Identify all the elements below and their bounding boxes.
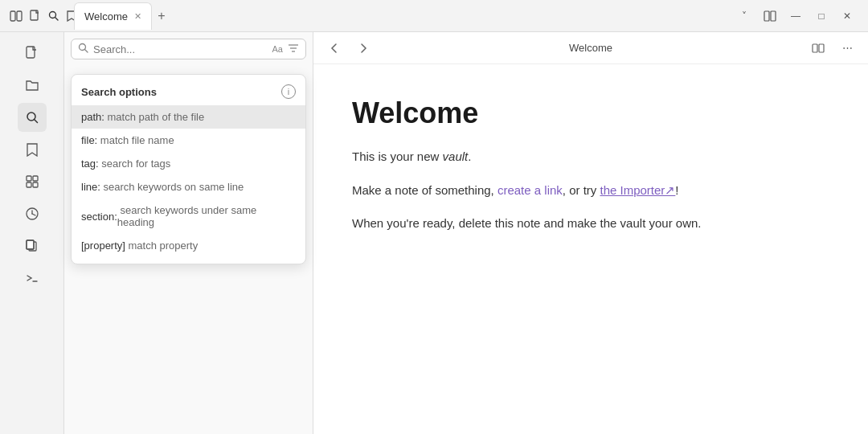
svg-line-4 <box>55 18 59 21</box>
svg-rect-27 <box>819 44 824 52</box>
app-body: Aa Search options i path: match path of … <box>0 32 868 434</box>
sidebar-grid-btn[interactable] <box>18 167 47 196</box>
maximize-btn[interactable]: □ <box>810 5 833 27</box>
minimize-btn[interactable]: — <box>784 5 807 27</box>
sidebar-search-btn[interactable] <box>18 103 47 132</box>
dropdown-item-tag[interactable]: tag: search for tags <box>72 152 305 175</box>
svg-rect-26 <box>813 44 817 52</box>
tab-bar: Welcome ✕ + <box>74 2 733 30</box>
search-bar[interactable]: Aa <box>71 39 306 59</box>
item-file-prefix: file: <box>81 134 97 146</box>
svg-rect-0 <box>10 11 15 21</box>
dropdown-header: Search options i <box>72 81 305 105</box>
dropdown-title: Search options <box>81 86 157 98</box>
split-view-icon[interactable] <box>759 5 781 27</box>
search-input[interactable] <box>93 43 268 55</box>
search-options-dropdown: Search options i path: match path of the… <box>71 74 306 264</box>
item-tag-prefix: tag: <box>81 158 99 170</box>
svg-line-22 <box>85 50 88 53</box>
sidebar-clock-btn[interactable] <box>18 199 47 228</box>
italic-vault: vault <box>443 149 469 163</box>
note-toolbar-title: Welcome <box>381 42 800 54</box>
reading-view-btn[interactable] <box>807 37 829 59</box>
note-title: Welcome <box>352 96 829 130</box>
search-nav-icon[interactable] <box>47 8 59 24</box>
search-icon <box>78 43 88 55</box>
svg-rect-11 <box>33 176 38 181</box>
content-area: Welcome ⋯ Welcome This is your new vault… <box>313 32 868 434</box>
back-btn[interactable] <box>323 37 346 59</box>
svg-rect-18 <box>27 240 34 249</box>
sidebar-toggle-icon[interactable] <box>10 8 23 24</box>
dropdown-item-property[interactable]: [property] match property <box>72 234 305 257</box>
svg-rect-5 <box>764 11 769 21</box>
note-paragraph-1: This is your new vault. <box>352 146 829 167</box>
sidebar-files-btn[interactable] <box>18 39 47 68</box>
note-paragraph-2: Make a note of something, create a link,… <box>352 180 829 201</box>
titlebar-left <box>10 8 74 24</box>
dropdown-item-line[interactable]: line: search keywords on same line <box>72 175 305 199</box>
forward-btn[interactable] <box>352 37 375 59</box>
content-body: Welcome This is your new vault. Make a n… <box>313 64 868 434</box>
match-case-btn[interactable]: Aa <box>272 44 283 54</box>
search-panel: Aa Search options i path: match path of … <box>64 32 313 434</box>
svg-line-16 <box>32 214 35 215</box>
item-section-prefix: section: <box>81 211 117 223</box>
sidebar-copy-btn[interactable] <box>18 231 47 260</box>
svg-rect-2 <box>31 10 38 20</box>
sidebar-icons <box>0 32 64 434</box>
item-path-desc: match path of the file <box>104 111 204 123</box>
item-tag-desc: search for tags <box>99 158 171 170</box>
svg-rect-12 <box>27 182 31 187</box>
tab-welcome[interactable]: Welcome ✕ <box>74 2 152 30</box>
new-tab-btn[interactable]: + <box>152 6 171 26</box>
sidebar-bookmark-btn[interactable] <box>18 135 47 164</box>
close-btn[interactable]: ✕ <box>836 5 858 27</box>
svg-rect-1 <box>17 11 22 21</box>
titlebar: Welcome ✕ + ˅ — □ ✕ <box>0 0 868 32</box>
svg-rect-10 <box>27 176 31 181</box>
content-toolbar: Welcome ⋯ <box>313 32 868 64</box>
item-file-desc: match file name <box>97 134 174 146</box>
sidebar-terminal-btn[interactable] <box>18 264 47 293</box>
files-icon[interactable] <box>29 8 41 24</box>
search-filter-btn[interactable] <box>288 43 299 55</box>
info-icon[interactable]: i <box>281 84 296 99</box>
tab-close-btn[interactable]: ✕ <box>134 11 141 22</box>
dropdown-item-path[interactable]: path: match path of the file <box>72 105 305 129</box>
svg-line-9 <box>34 120 37 123</box>
dropdown-item-section[interactable]: section: search keywords under same head… <box>72 199 305 234</box>
svg-rect-13 <box>33 182 38 187</box>
svg-rect-6 <box>771 11 776 21</box>
item-path-prefix: path: <box>81 111 104 123</box>
titlebar-controls: ˅ — □ ✕ <box>733 5 858 27</box>
item-line-prefix: line: <box>81 181 100 193</box>
item-property-desc: match property <box>125 240 198 252</box>
create-link-link[interactable]: create a link <box>497 183 563 197</box>
sidebar-folder-btn[interactable] <box>18 71 47 100</box>
note-paragraph-3: When you're ready, delete this note and … <box>352 213 829 234</box>
item-section-desc: search keywords under same heading <box>117 204 296 228</box>
importer-link[interactable]: the Importer↗ <box>600 183 675 197</box>
item-line-desc: search keywords on same line <box>100 181 244 193</box>
dropdown-item-file[interactable]: file: match file name <box>72 129 305 152</box>
item-property-prefix: [property] <box>81 240 125 252</box>
tab-label: Welcome <box>84 10 128 23</box>
chevron-icon[interactable]: ˅ <box>733 5 755 27</box>
more-options-btn[interactable]: ⋯ <box>836 37 858 59</box>
